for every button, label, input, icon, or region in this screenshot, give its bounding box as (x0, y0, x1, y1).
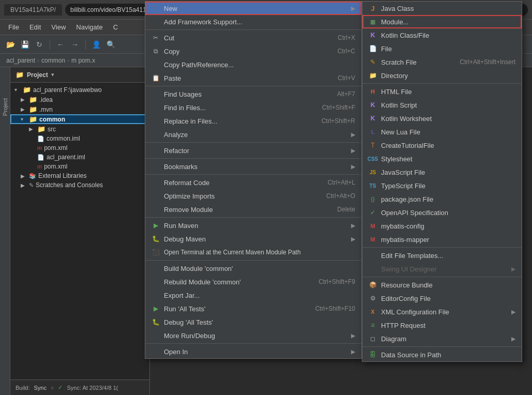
breadcrumb-part-2[interactable]: common (41, 57, 65, 64)
tree-item-common[interactable]: ▾ 📁 common (10, 114, 149, 124)
chevron-idea: ▶ (21, 97, 27, 102)
toolbar-folder-icon[interactable]: 📂 (4, 38, 17, 51)
diagram-icon: ◻ (369, 335, 377, 343)
sync-button[interactable]: Sync (34, 385, 47, 391)
cm-item-lua[interactable]: L New Lua File (362, 125, 522, 139)
cm-item-open-in[interactable]: Open In ▶ (145, 345, 361, 358)
cm-item-export-jar[interactable]: Export Jar... (145, 288, 361, 302)
menu-edit[interactable]: Edit (25, 22, 45, 33)
breadcrumb-part-1[interactable]: acl_parent (6, 57, 35, 64)
tree-item-scratches[interactable]: ▶ ✎ Scratches and Consoles (10, 180, 149, 190)
menu-navigate[interactable]: Navigate (72, 22, 107, 33)
cm-label-mybatis-mapper: mybatis-mapper (381, 236, 515, 244)
tree-item-mvn[interactable]: ▶ 📁 .mvn (10, 104, 149, 114)
breadcrumb-part-3[interactable]: m pom.x (71, 57, 95, 64)
cm-item-run-maven[interactable]: ▶ Run Maven ▶ (145, 219, 361, 232)
sidebar-header: 📁 Project ▾ (10, 67, 149, 83)
cm-item-http[interactable]: ≡ HTTP Request (362, 318, 522, 332)
mybatis-mapper-icon: M (369, 235, 377, 244)
cm-item-edit-templates[interactable]: Edit File Templates... (362, 249, 522, 262)
cm-item-diagram[interactable]: ◻ Diagram ▶ (362, 332, 522, 345)
cm-item-run-tests[interactable]: ▶ Run 'All Tests' Ctrl+Shift+F10 (145, 302, 361, 315)
context-menu-1: New ▶ Add Framework Support... ✂ Cut Ctr… (145, 67, 362, 359)
cm-item-build-module[interactable]: Build Module 'common' (145, 262, 361, 275)
toolbar-back-icon[interactable]: ← (54, 38, 67, 51)
tree-item-acl-parent-iml[interactable]: ▶ 📄 acl_parent.iml (10, 153, 149, 162)
cm-item-optimize[interactable]: Optimize Imports Ctrl+Alt+O (145, 189, 361, 203)
cm-label-run-maven: Run Maven (164, 222, 345, 230)
cm-item-mybatis-config[interactable]: M mybatis-config (362, 219, 522, 233)
toolbar-user-icon[interactable]: 👤 (90, 38, 102, 51)
directory-icon: 📁 (369, 71, 377, 80)
cm-item-open-terminal[interactable]: ⬛ Open Terminal at the Current Maven Mod… (145, 246, 361, 259)
cm-item-tutorial[interactable]: T CreateTutorialFile (362, 139, 522, 152)
tree-item-pom-xml[interactable]: ▶ m pom.xml (10, 143, 149, 153)
cm-item-pkg-json[interactable]: {} package.json File (362, 192, 522, 206)
chevron-common: ▾ (21, 116, 27, 122)
cm-item-stylesheet[interactable]: CSS Stylesheet (362, 152, 522, 165)
cm-item-more-run-debug[interactable]: More Run/Debug ▶ (145, 329, 361, 342)
cm-label-reformat: Reformat Code (164, 179, 324, 187)
toolbar-search-icon[interactable]: 🔍 (104, 38, 117, 51)
cm-item-bookmarks[interactable]: Bookmarks ▶ (145, 160, 361, 173)
cm-label-mybatis-config: mybatis-config (381, 222, 515, 230)
cm-item-swing[interactable]: Swing UI Designer ▶ (362, 262, 522, 276)
cm-item-js[interactable]: JS JavaScript File (362, 165, 522, 179)
more-run-debug-icon (151, 331, 160, 340)
cm-item-find-files[interactable]: Find in Files... Ctrl+Shift+F (145, 101, 361, 114)
bookmarks-icon (151, 162, 160, 171)
cm-item-mybatis-mapper[interactable]: M mybatis-mapper (362, 233, 522, 246)
cm-shortcut-replace-files: Ctrl+Shift+R (322, 117, 355, 125)
tree-item-src[interactable]: ▶ 📁 src (10, 124, 149, 134)
cm-item-openapi[interactable]: ✓ OpenAPI Specification (362, 206, 522, 219)
toolbar-refresh-icon[interactable]: ↻ (33, 38, 45, 51)
vertical-tab[interactable]: Project (0, 67, 10, 395)
menu-view[interactable]: View (47, 22, 70, 33)
toolbar-save-icon[interactable]: 💾 (19, 38, 31, 51)
cm-item-reformat[interactable]: Reformat Code Ctrl+Alt+L (145, 176, 361, 189)
menu-file[interactable]: File (4, 22, 23, 33)
debug-tests-icon: 🐛 (151, 318, 160, 326)
cm-item-editorconfig[interactable]: ⚙ EditorConfig File (362, 292, 522, 305)
cm-item-directory[interactable]: 📁 Directory (362, 69, 522, 82)
tree-item-acl-parent[interactable]: ▾ 📁 acl_parent F:\javawebwo (10, 85, 149, 95)
cm-item-html[interactable]: H HTML File (362, 85, 522, 98)
cm-shortcut-remove-module: Delete (337, 206, 355, 213)
cm-item-kotlin-script[interactable]: K Kotlin Script (362, 98, 522, 112)
tree-item-idea[interactable]: ▶ 📁 .idea (10, 95, 149, 104)
tree-item-external-libs[interactable]: ▶ 📚 External Libraries (10, 171, 149, 180)
cm-label-diagram: Diagram (381, 335, 505, 343)
cm-sep-5 (145, 174, 361, 175)
cm-item-rebuild-module[interactable]: Rebuild Module 'common' Ctrl+Shift+F9 (145, 275, 361, 288)
cm-item-find-usages[interactable]: Find Usages Alt+F7 (145, 87, 361, 101)
browser-tab[interactable]: BV15a411A7kP/ (4, 4, 62, 16)
cm-item-copy-path[interactable]: Copy Path/Reference... (145, 67, 361, 71)
cm-item-datasource[interactable]: 🗄 Data Source in Path (362, 348, 522, 361)
cm-item-resource-bundle[interactable]: 📦 Resource Bundle (362, 278, 522, 292)
menu-code[interactable]: C (109, 22, 122, 33)
cm-item-ts[interactable]: TS TypeScript File (362, 179, 522, 192)
tree-item-common-iml[interactable]: ▶ 📄 common.iml (10, 134, 149, 143)
cm-item-debug-tests[interactable]: 🐛 Debug 'All Tests' (145, 315, 361, 329)
cm-item-analyze[interactable]: Analyze ▶ (145, 128, 361, 141)
cm-item-debug-maven[interactable]: 🐛 Debug Maven ▶ (145, 232, 361, 246)
cm-item-refactor[interactable]: Refactor ▶ (145, 144, 361, 157)
cm-item-kotlin-worksheet[interactable]: K Kotlin Worksheet (362, 112, 522, 125)
cm-item-replace-files[interactable]: Replace in Files... Ctrl+Shift+R (145, 114, 361, 128)
cm-label-run-tests: Run 'All Tests' (164, 305, 311, 313)
cm-item-remove-module[interactable]: Remove Module Delete (145, 203, 361, 216)
cm-label-rebuild-module: Rebuild Module 'common' (164, 278, 314, 286)
cm-item-paste[interactable]: 📋 Paste Ctrl+V (145, 71, 361, 85)
cm-label-replace-files: Replace in Files... (164, 117, 317, 125)
cm-label-edit-templates: Edit File Templates... (381, 252, 515, 260)
kotlin-worksheet-icon: K (369, 114, 377, 123)
tree-label-src: src (48, 126, 56, 133)
cm2-sep-4 (362, 346, 522, 347)
tree-item-pom-xml-2[interactable]: ▶ m pom.xml (10, 162, 149, 171)
cm-label-bookmarks: Bookmarks (164, 163, 345, 171)
toolbar-forward-icon[interactable]: → (69, 38, 81, 51)
find-files-icon (151, 103, 160, 112)
sidebar-dropdown[interactable]: ▾ (51, 71, 54, 78)
folder-icon-src: 📁 (37, 125, 45, 133)
cm-item-xml[interactable]: X XML Configuration File ▶ (362, 305, 522, 318)
